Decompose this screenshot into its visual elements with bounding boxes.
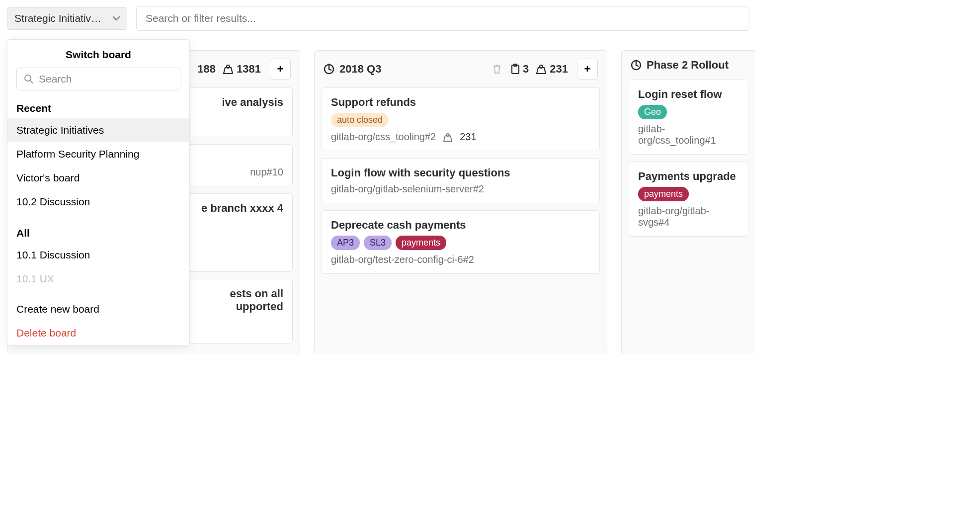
weight-total: 1381 bbox=[237, 63, 261, 76]
search-input[interactable] bbox=[136, 6, 749, 31]
weight-icon bbox=[443, 133, 453, 142]
board-column: 2018 Q3 3 bbox=[314, 50, 607, 353]
search-icon bbox=[24, 74, 34, 84]
label: SL3 bbox=[364, 236, 392, 250]
create-board-button[interactable]: Create new board bbox=[7, 297, 189, 321]
dropdown-item[interactable]: 10.2 Discussion bbox=[7, 190, 189, 214]
label: payments bbox=[638, 187, 689, 201]
card-count-icon bbox=[511, 64, 520, 75]
card-labels: Geo bbox=[638, 105, 739, 119]
dropdown-search-placeholder: Search bbox=[39, 73, 72, 85]
board-card[interactable]: Support refunds auto closed gitlab-org/c… bbox=[322, 87, 600, 151]
card-list: Support refunds auto closed gitlab-org/c… bbox=[315, 87, 607, 283]
add-card-button[interactable]: + bbox=[270, 59, 291, 80]
card-count: 188 bbox=[197, 63, 216, 76]
card-title: Payments upgrade bbox=[638, 170, 739, 183]
dropdown-search-input[interactable]: Search bbox=[16, 68, 180, 90]
svg-point-0 bbox=[25, 75, 31, 81]
switch-board-dropdown: Switch board Search Recent Strategic Ini… bbox=[7, 39, 190, 345]
card-weight: 231 bbox=[460, 131, 476, 143]
card-ref: gitlab-org/test-zero-config-ci-6#2 bbox=[331, 254, 474, 265]
dropdown-item[interactable]: Strategic Initiatives bbox=[7, 118, 189, 142]
divider bbox=[7, 217, 189, 217]
label: auto closed bbox=[331, 113, 389, 127]
svg-point-6 bbox=[227, 65, 230, 68]
column-header: Phase 2 Rollout bbox=[622, 51, 755, 80]
weight-icon bbox=[223, 64, 234, 74]
milestone-icon bbox=[324, 64, 334, 75]
svg-line-9 bbox=[329, 69, 331, 70]
board-card[interactable]: Login reset flow Geo gitlab-org/css_tool… bbox=[629, 80, 748, 155]
label: Geo bbox=[638, 105, 667, 119]
card-title: Login flow with security questions bbox=[331, 167, 590, 179]
card-labels: AP3 SL3 payments bbox=[331, 236, 590, 250]
label: payments bbox=[396, 236, 446, 250]
dropdown-item[interactable]: Victor's board bbox=[7, 166, 189, 190]
card-labels: payments bbox=[638, 187, 739, 201]
delete-board-button[interactable]: Delete board bbox=[7, 321, 189, 345]
weight-total: 231 bbox=[550, 63, 568, 76]
svg-line-17 bbox=[636, 65, 638, 66]
svg-point-14 bbox=[447, 133, 449, 136]
dropdown-title: Switch board bbox=[7, 40, 189, 68]
milestone-icon bbox=[631, 60, 642, 71]
column-title: 2018 Q3 bbox=[339, 63, 381, 76]
column-title: Phase 2 Rollout bbox=[647, 59, 729, 72]
top-bar: Strategic Initiativ… bbox=[0, 0, 756, 37]
dropdown-recent-label: Recent bbox=[7, 95, 189, 118]
svg-line-1 bbox=[30, 81, 33, 83]
add-card-button[interactable]: + bbox=[577, 59, 598, 80]
board-selector-label: Strategic Initiativ… bbox=[14, 12, 101, 24]
dropdown-item[interactable]: 10.1 UX bbox=[7, 267, 189, 291]
board-area: Switch board Search Recent Strategic Ini… bbox=[0, 37, 756, 366]
card-labels: auto closed bbox=[331, 113, 590, 127]
divider bbox=[7, 294, 189, 294]
board-card[interactable]: Login flow with security questions gitla… bbox=[322, 158, 600, 203]
card-title: Login reset flow bbox=[638, 88, 739, 101]
board-column: Phase 2 Rollout Login reset flow Geo git… bbox=[621, 50, 755, 353]
board-selector-dropdown[interactable]: Strategic Initiativ… bbox=[7, 7, 127, 30]
card-ref: gitlab-org/gitlab-svgs#4 bbox=[638, 205, 739, 228]
card-ref: gitlab-org/gitlab-selenium-server#2 bbox=[331, 183, 484, 195]
card-title: Support refunds bbox=[331, 96, 590, 109]
chevron-down-icon bbox=[113, 16, 120, 21]
dropdown-item[interactable]: 10.1 Discussion bbox=[7, 243, 189, 267]
weight-icon bbox=[536, 64, 547, 74]
card-title: Deprecate cash payments bbox=[331, 219, 590, 232]
card-count: 3 bbox=[523, 63, 529, 76]
svg-point-13 bbox=[540, 65, 543, 68]
label: AP3 bbox=[331, 236, 360, 250]
card-ref: gitlab-org/css_tooling#1 bbox=[638, 123, 739, 146]
column-header: 2018 Q3 3 bbox=[315, 51, 607, 87]
card-ref: gitlab-org/css_tooling#2 bbox=[331, 131, 436, 143]
dropdown-all-label: All bbox=[7, 220, 189, 243]
trash-icon[interactable] bbox=[492, 64, 502, 75]
board-card[interactable]: Payments upgrade payments gitlab-org/git… bbox=[629, 162, 748, 237]
board-card[interactable]: Deprecate cash payments AP3 SL3 payments… bbox=[322, 210, 600, 274]
dropdown-item[interactable]: Platform Security Planning bbox=[7, 142, 189, 166]
card-ref: nup#10 bbox=[250, 167, 283, 178]
card-list: Login reset flow Geo gitlab-org/css_tool… bbox=[622, 80, 755, 246]
